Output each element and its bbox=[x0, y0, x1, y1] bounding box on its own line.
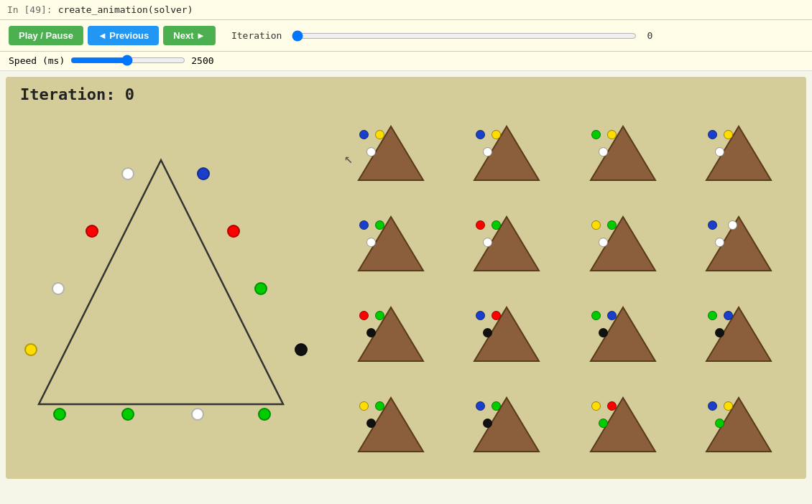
mdot-r2c4-blue bbox=[708, 220, 717, 230]
mini-tri-r3c1 bbox=[335, 291, 447, 377]
mdot-r4c3-red bbox=[607, 401, 617, 411]
mdot-r1c2-yellow bbox=[492, 130, 501, 139]
speed-label: Speed (ms) bbox=[9, 55, 65, 66]
speed-slider[interactable] bbox=[70, 55, 185, 66]
dot-yellow-far-left bbox=[24, 343, 37, 356]
mdot-r2c2-green bbox=[492, 220, 501, 230]
mini-tri-r1c4 bbox=[683, 110, 795, 196]
mdot-r3c2-red bbox=[492, 311, 501, 320]
mdot-r2c4-white2 bbox=[715, 238, 724, 247]
mini-tri-r2c3 bbox=[567, 200, 679, 286]
mdot-r3c4-blue bbox=[724, 311, 733, 320]
iteration-label: Iteration bbox=[231, 30, 282, 41]
mdot-r4c2-black bbox=[483, 419, 492, 428]
controls-bar: Play / Pause ◄ Previous Next ► Iteration… bbox=[0, 20, 812, 52]
mdot-r3c4-green bbox=[708, 311, 717, 320]
cell-label: In [49]: bbox=[7, 4, 52, 15]
mdot-r4c4-green bbox=[715, 419, 724, 428]
main-area: Iteration: 0 ↖ bbox=[6, 77, 806, 479]
dot-red-right bbox=[227, 225, 240, 238]
mdot-r2c4-white1 bbox=[728, 220, 737, 230]
mini-tri-r1c3 bbox=[567, 110, 679, 196]
mini-tri-r3c2 bbox=[451, 291, 563, 377]
dot-white-bot-center bbox=[191, 408, 204, 421]
mdot-r4c1-yellow bbox=[359, 401, 369, 411]
mdot-r4c2-blue bbox=[476, 401, 485, 411]
speed-value: 2500 bbox=[191, 55, 213, 66]
mdot-r1c3-white bbox=[599, 147, 608, 157]
dot-blue-top bbox=[197, 167, 210, 180]
mdot-r2c3-green bbox=[607, 220, 617, 230]
mdot-r2c2-red bbox=[476, 220, 485, 230]
notebook-cell-bar: In [49]: create_animation(solver) bbox=[0, 0, 812, 20]
mdot-r1c3-yellow bbox=[607, 130, 617, 139]
iteration-slider[interactable] bbox=[292, 30, 637, 42]
dot-green-bot-1 bbox=[53, 408, 66, 421]
left-panel: ↖ bbox=[17, 110, 326, 467]
mdot-r4c3-yellow bbox=[591, 401, 601, 411]
dot-green-mid-right bbox=[254, 282, 267, 295]
mdot-r1c1-yellow bbox=[375, 130, 384, 139]
next-button[interactable]: Next ► bbox=[163, 26, 216, 45]
mdot-r1c3-green bbox=[591, 130, 601, 139]
mdot-r1c2-white bbox=[483, 147, 492, 157]
svg-marker-0 bbox=[39, 160, 283, 404]
previous-button[interactable]: ◄ Previous bbox=[88, 26, 159, 45]
mdot-r2c1-white bbox=[366, 238, 376, 247]
mini-tri-r1c2 bbox=[451, 110, 563, 196]
mdot-r4c2-green bbox=[492, 401, 501, 411]
right-panel bbox=[335, 110, 795, 467]
mdot-r3c2-black bbox=[483, 328, 492, 337]
mdot-r1c4-yellow bbox=[724, 130, 733, 139]
dot-white-mid-left bbox=[52, 282, 65, 295]
mini-tri-r4c4 bbox=[683, 381, 795, 467]
mdot-r4c4-yellow bbox=[724, 401, 733, 411]
mdot-r3c3-green bbox=[591, 311, 601, 320]
dot-green-bot-right bbox=[258, 408, 271, 421]
mini-tri-r4c1 bbox=[335, 381, 447, 467]
mini-tri-r1c1 bbox=[335, 110, 447, 196]
dot-red-left bbox=[86, 225, 98, 238]
iteration-value: 0 bbox=[647, 30, 652, 41]
mdot-r1c2-blue bbox=[476, 130, 485, 139]
mdot-r2c3-yellow bbox=[591, 220, 601, 230]
mdot-r4c1-green bbox=[375, 401, 384, 411]
mdot-r3c4-black bbox=[715, 328, 724, 337]
mini-tri-r4c2 bbox=[451, 381, 563, 467]
dot-black-far-right bbox=[295, 343, 308, 356]
mdot-r1c4-blue bbox=[708, 130, 717, 139]
dot-green-bot-2 bbox=[121, 408, 134, 421]
mdot-r3c2-blue bbox=[476, 311, 485, 320]
big-triangle-svg bbox=[24, 146, 297, 419]
mdot-r3c1-green bbox=[375, 311, 384, 320]
mdot-r1c1-white bbox=[366, 147, 376, 157]
mdot-r3c3-black bbox=[599, 328, 608, 337]
mdot-r1c4-white bbox=[715, 147, 724, 157]
mini-tri-r4c3 bbox=[567, 381, 679, 467]
mdot-r2c3-white bbox=[599, 238, 608, 247]
mdot-r2c1-green bbox=[375, 220, 384, 230]
mini-tri-r2c2 bbox=[451, 200, 563, 286]
mdot-r3c1-red bbox=[359, 311, 369, 320]
mini-tri-r2c4 bbox=[683, 200, 795, 286]
dot-white-top-left bbox=[121, 167, 134, 180]
mdot-r1c1-blue bbox=[359, 130, 369, 139]
mdot-r4c4-blue bbox=[708, 401, 717, 411]
mdot-r4c3-green bbox=[599, 419, 608, 428]
mdot-r2c2-white bbox=[483, 238, 492, 247]
iteration-title: Iteration: 0 bbox=[20, 85, 134, 103]
mini-tri-r3c3 bbox=[567, 291, 679, 377]
mdot-r3c3-blue bbox=[607, 311, 617, 320]
mdot-r2c1-blue bbox=[359, 220, 369, 230]
mdot-r3c1-black bbox=[366, 328, 376, 337]
cell-code: create_animation(solver) bbox=[58, 4, 193, 15]
speed-row: Speed (ms) 2500 bbox=[0, 52, 812, 71]
play-pause-button[interactable]: Play / Pause bbox=[9, 26, 83, 45]
mini-tri-r2c1 bbox=[335, 200, 447, 286]
mini-tri-r3c4 bbox=[683, 291, 795, 377]
mdot-r4c1-black bbox=[366, 419, 376, 428]
